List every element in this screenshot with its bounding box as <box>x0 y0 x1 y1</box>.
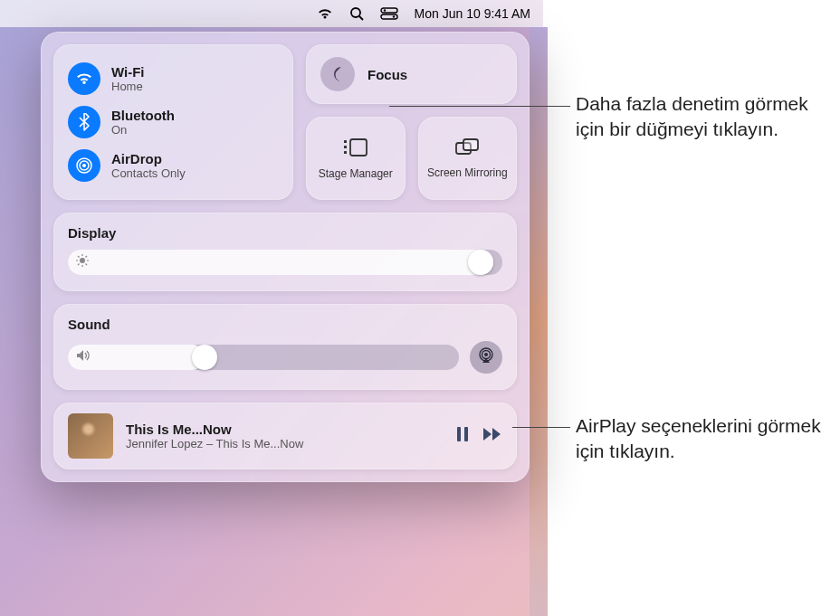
svg-line-20 <box>78 256 80 258</box>
callout-focus: Daha fazla denetim görmek için bir düğme… <box>576 91 838 143</box>
focus-title: Focus <box>368 67 407 82</box>
callout-airplay: AirPlay seçeneklerini görmek için tıklay… <box>576 413 838 465</box>
svg-rect-12 <box>350 139 367 156</box>
svg-point-15 <box>80 258 85 263</box>
next-track-button[interactable] <box>482 427 502 445</box>
bluetooth-toggle[interactable]: Bluetooth On <box>68 100 279 144</box>
stage-manager-label: Stage Manager <box>319 167 393 180</box>
wifi-title: Wi-Fi <box>111 64 145 80</box>
sound-volume-slider[interactable] <box>68 345 459 370</box>
airdrop-toggle[interactable]: AirDrop Contacts Only <box>68 144 279 187</box>
display-title: Display <box>68 225 502 241</box>
airdrop-icon <box>68 149 100 182</box>
svg-point-0 <box>351 8 360 17</box>
brightness-icon <box>75 253 90 271</box>
connectivity-card: Wi-Fi Home Bluetooth On AirDrop <box>53 44 293 200</box>
bluetooth-title: Bluetooth <box>111 108 175 123</box>
control-center-panel: Wi-Fi Home Bluetooth On AirDrop <box>41 32 530 482</box>
sound-title: Sound <box>68 317 502 332</box>
svg-rect-28 <box>464 427 468 441</box>
wifi-menubar-icon[interactable] <box>317 7 333 20</box>
bluetooth-subtitle: On <box>111 123 175 137</box>
airdrop-subtitle: Contacts Only <box>111 166 186 180</box>
svg-rect-2 <box>381 8 397 13</box>
screen-mirroring-icon <box>454 137 480 161</box>
svg-line-1 <box>359 16 363 20</box>
stage-manager-icon <box>342 137 369 162</box>
display-brightness-slider[interactable] <box>68 250 502 275</box>
now-playing-card[interactable]: This Is Me...Now Jennifer Lopez – This I… <box>53 403 517 469</box>
airplay-icon <box>477 346 495 368</box>
wifi-toggle[interactable]: Wi-Fi Home <box>68 57 279 100</box>
menubar-datetime[interactable]: Mon Jun 10 9:41 AM <box>415 6 530 21</box>
wallpaper <box>530 27 548 616</box>
album-art <box>68 413 113 459</box>
volume-icon <box>75 349 91 365</box>
airdrop-title: AirDrop <box>111 151 186 166</box>
svg-point-3 <box>383 9 385 11</box>
svg-line-23 <box>86 256 88 258</box>
airplay-audio-button[interactable] <box>470 341 502 374</box>
svg-rect-10 <box>344 146 347 148</box>
now-playing-title: This Is Me...Now <box>126 422 443 437</box>
svg-point-24 <box>484 353 488 356</box>
svg-line-22 <box>78 264 80 266</box>
callout-line <box>512 427 570 428</box>
control-center-menubar-icon[interactable] <box>380 7 398 20</box>
bluetooth-icon <box>68 106 100 138</box>
spotlight-icon[interactable] <box>349 6 364 21</box>
svg-point-6 <box>82 164 86 167</box>
screen-mirroring-label: Screen Mirroring <box>427 166 508 179</box>
display-card: Display <box>53 213 517 291</box>
svg-rect-4 <box>381 14 397 19</box>
svg-rect-14 <box>463 139 478 150</box>
callout-line <box>389 106 570 107</box>
menubar: Mon Jun 10 9:41 AM <box>0 0 543 27</box>
wifi-subtitle: Home <box>111 80 145 93</box>
now-playing-artist: Jennifer Lopez – This Is Me...Now <box>126 437 443 450</box>
svg-line-21 <box>86 264 88 266</box>
sound-card: Sound <box>53 304 517 390</box>
screen-mirroring-button[interactable]: Screen Mirroring <box>418 117 518 200</box>
focus-button[interactable]: Focus <box>306 44 517 104</box>
svg-point-5 <box>392 15 394 17</box>
stage-manager-button[interactable]: Stage Manager <box>306 117 406 200</box>
svg-rect-27 <box>457 427 461 441</box>
svg-rect-11 <box>344 151 347 154</box>
svg-rect-9 <box>344 140 347 143</box>
moon-icon <box>320 57 355 91</box>
pause-button[interactable] <box>455 426 470 446</box>
wifi-icon <box>68 62 100 95</box>
